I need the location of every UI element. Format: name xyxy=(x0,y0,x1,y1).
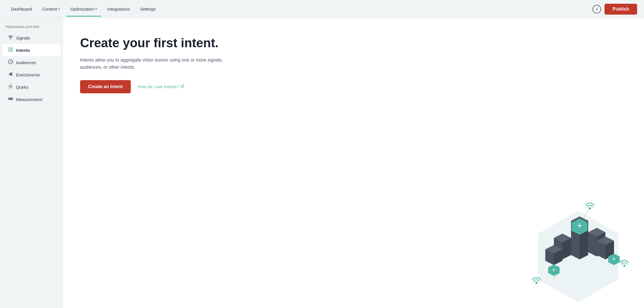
info-icon[interactable]: i xyxy=(593,5,601,13)
main-content: Create your first intent. Intents allow … xyxy=(63,18,644,308)
page-description: Intents allow you to aggregate vistor sc… xyxy=(80,56,235,71)
svg-text:+: + xyxy=(612,255,616,262)
chevron-down-icon: ▾ xyxy=(95,7,97,11)
svg-marker-23 xyxy=(588,232,597,256)
chevron-down-icon: ▾ xyxy=(58,7,60,11)
svg-rect-1 xyxy=(9,48,10,49)
nav-right: i Publish xyxy=(593,4,637,15)
svg-point-0 xyxy=(10,39,11,39)
quirks-icon xyxy=(8,84,13,90)
action-row: Create an Intent How do I use Intents? xyxy=(80,80,627,93)
sidebar-label-audiences: Audiences xyxy=(16,60,36,65)
sidebar-section-label: PERSONALIZATION xyxy=(0,25,63,31)
sidebar-item-signals[interactable]: Signals xyxy=(2,32,60,44)
main-layout: PERSONALIZATION Signals xyxy=(0,18,644,308)
svg-point-6 xyxy=(9,74,11,75)
illustration: + + + xyxy=(524,194,633,302)
sidebar: PERSONALIZATION Signals xyxy=(0,18,63,308)
intents-icon xyxy=(8,47,13,53)
svg-point-11 xyxy=(10,86,11,87)
svg-rect-4 xyxy=(11,50,13,52)
external-link-icon xyxy=(181,84,185,89)
sidebar-label-enrichments: Enrichments xyxy=(16,72,40,77)
sidebar-item-enrichments[interactable]: Enrichments xyxy=(2,69,60,81)
svg-text:+: + xyxy=(552,266,556,273)
sidebar-item-audiences[interactable]: Audiences xyxy=(2,56,60,68)
audiences-icon xyxy=(8,59,13,66)
nav-items: Dashboard Content ▾ Optimization ▾ Integ… xyxy=(7,4,593,14)
intents-illustration: + + + xyxy=(524,194,633,302)
sidebar-item-intents[interactable]: Intents xyxy=(2,44,60,56)
top-navigation: Dashboard Content ▾ Optimization ▾ Integ… xyxy=(0,0,644,18)
nav-label-content: Content xyxy=(42,7,57,11)
page-title: Create your first intent. xyxy=(80,35,627,51)
nav-item-dashboard[interactable]: Dashboard xyxy=(7,4,36,14)
help-link[interactable]: How do I use Intents? xyxy=(138,84,185,89)
nav-item-content[interactable]: Content ▾ xyxy=(38,4,64,14)
svg-line-9 xyxy=(10,74,11,74)
create-intent-button[interactable]: Create an Intent xyxy=(80,80,131,93)
sidebar-item-quirks[interactable]: Quirks xyxy=(2,81,60,93)
nav-item-optimization[interactable]: Optimization ▾ xyxy=(66,4,101,14)
sidebar-label-signals: Signals xyxy=(16,35,30,40)
sidebar-label-quirks: Quirks xyxy=(16,85,28,90)
sidebar-label-intents: Intents xyxy=(16,48,30,53)
nav-item-settings[interactable]: Settings xyxy=(136,4,160,14)
svg-rect-3 xyxy=(9,50,10,52)
sidebar-item-measurement[interactable]: Measurement xyxy=(2,93,60,105)
nav-label-settings: Settings xyxy=(140,7,156,11)
enrichments-icon xyxy=(8,72,13,78)
svg-line-10 xyxy=(10,74,11,75)
nav-label-integrations: Integrations xyxy=(107,7,130,11)
nav-item-integrations[interactable]: Integrations xyxy=(103,4,134,14)
measurement-icon xyxy=(8,96,13,102)
svg-line-17 xyxy=(182,85,184,86)
publish-button[interactable]: Publish xyxy=(605,4,637,15)
svg-point-7 xyxy=(11,73,12,74)
nav-label-dashboard: Dashboard xyxy=(11,7,32,11)
svg-rect-2 xyxy=(11,48,13,49)
svg-point-8 xyxy=(11,74,12,76)
sidebar-label-measurement: Measurement xyxy=(16,97,42,102)
signals-icon xyxy=(8,35,13,41)
nav-label-optimization: Optimization xyxy=(70,7,94,11)
